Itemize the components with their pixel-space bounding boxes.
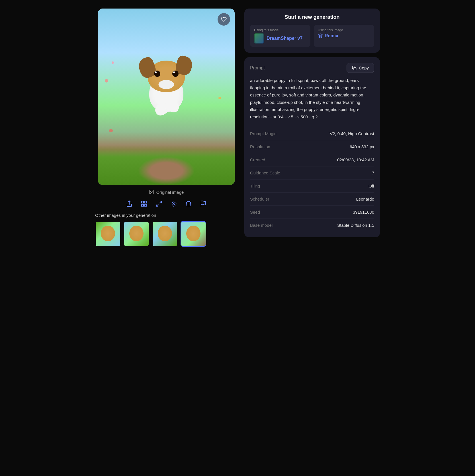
magic-icon: [170, 200, 177, 207]
generation-card: Start a new generation Using this model …: [244, 9, 380, 53]
trash-icon: [185, 200, 192, 207]
prompt-magic-key: Prompt Magic: [250, 131, 277, 136]
prompt-header: Prompt Copy: [250, 63, 374, 73]
svg-rect-3: [142, 201, 144, 203]
copy-button[interactable]: Copy: [347, 63, 374, 73]
other-images-label: Other images in your generation: [95, 213, 238, 218]
base-model-key: Base model: [250, 223, 273, 228]
model-name[interactable]: DreamShaper v7: [267, 36, 302, 41]
thumbnail-1[interactable]: [95, 221, 121, 247]
remix-icon: [318, 33, 323, 38]
guidance-value: 7: [372, 170, 374, 175]
thumbnails-row: [95, 221, 238, 247]
prompt-magic-value: V2, 0.40, High Contrast: [330, 131, 374, 136]
original-image-text: Original image: [156, 190, 184, 195]
model-image-row: Using this model DreamShaper v7 Using th…: [250, 25, 374, 47]
right-panel: Start a new generation Using this model …: [244, 9, 380, 247]
favorite-button[interactable]: [218, 13, 230, 26]
svg-rect-5: [142, 204, 144, 206]
created-value: 02/09/23, 10:42 AM: [337, 157, 374, 162]
toolbar: [125, 199, 208, 208]
puppy-body: [138, 61, 195, 123]
base-model-value: Stable Diffusion 1.5: [337, 223, 374, 228]
svg-rect-6: [145, 204, 147, 206]
detail-row-created: Created 02/09/23, 10:42 AM: [250, 153, 374, 166]
splatter-2: [105, 79, 108, 83]
delete-button[interactable]: [184, 199, 193, 208]
remix-label-text: Remix: [325, 33, 338, 38]
thumbnail-3[interactable]: [152, 221, 178, 247]
detail-row-guidance: Guidance Scale 7: [250, 166, 374, 180]
expand-icon: [155, 200, 162, 207]
splatter-3: [109, 129, 113, 132]
created-key: Created: [250, 157, 265, 162]
guidance-key: Guidance Scale: [250, 170, 280, 175]
svg-rect-16: [354, 67, 356, 70]
detail-row-tiling: Tiling Off: [250, 180, 374, 193]
detail-row-resolution: Resolution 640 x 832 px: [250, 140, 374, 153]
copy-icon: [352, 66, 357, 70]
model-section: Using this model DreamShaper v7: [250, 25, 310, 47]
magic-button[interactable]: [169, 199, 178, 208]
splatter-1: [112, 61, 114, 64]
tiling-key: Tiling: [250, 184, 260, 188]
share-icon: [126, 200, 133, 207]
copy-label: Copy: [359, 65, 369, 70]
main-image: [98, 9, 235, 185]
seed-value: 391911680: [353, 210, 374, 215]
puppy-ear-left: [136, 56, 158, 80]
flag-icon: [200, 200, 207, 207]
seed-key: Seed: [250, 210, 260, 215]
remix-button[interactable]: Remix: [318, 33, 370, 38]
thumbnail-2[interactable]: [124, 221, 149, 247]
image-icon: [149, 189, 154, 195]
svg-rect-4: [145, 201, 147, 203]
svg-line-7: [159, 201, 161, 203]
resolution-value: 640 x 832 px: [350, 144, 374, 149]
resolution-key: Resolution: [250, 144, 270, 149]
model-thumbnail: [254, 33, 264, 44]
left-panel: Original image: [95, 9, 238, 247]
puppy-eye-right: [172, 71, 179, 77]
grid-icon: [141, 200, 148, 207]
details-card: Prompt Copy an adorable puppy in full sp…: [244, 57, 380, 237]
prompt-label: Prompt: [250, 65, 265, 71]
model-row: DreamShaper v7: [254, 33, 306, 44]
flag-button[interactable]: [199, 199, 208, 208]
detail-row-seed: Seed 391911680: [250, 206, 374, 219]
svg-point-1: [150, 191, 151, 191]
puppy-head: [148, 61, 185, 92]
generation-title: Start a new generation: [250, 14, 374, 20]
dirt-path: [138, 156, 195, 185]
image-section: Using this image Remix: [314, 25, 374, 47]
original-image-label: Original image: [149, 189, 184, 195]
svg-line-8: [156, 204, 158, 206]
scheduler-key: Scheduler: [250, 197, 269, 201]
main-image-wrapper: [98, 9, 235, 185]
share-button[interactable]: [125, 199, 134, 208]
using-image-label: Using this image: [318, 28, 370, 32]
tiling-value: Off: [368, 184, 374, 188]
expand-button[interactable]: [154, 199, 163, 208]
heart-icon: [221, 17, 227, 22]
puppy-eye-left: [154, 71, 160, 77]
detail-row-scheduler: Scheduler Leonardo: [250, 193, 374, 206]
other-images-section: Other images in your generation: [95, 213, 238, 247]
detail-row-prompt-magic: Prompt Magic V2, 0.40, High Contrast: [250, 127, 374, 140]
splatter-4: [218, 97, 221, 99]
thumbnail-4[interactable]: [181, 221, 206, 247]
detail-row-base-model: Base model Stable Diffusion 1.5: [250, 219, 374, 232]
using-model-label: Using this model: [254, 28, 306, 32]
grid-button[interactable]: [140, 199, 149, 208]
prompt-text: an adorable puppy in full sprint, paws o…: [250, 77, 374, 120]
scheduler-value: Leonardo: [356, 197, 374, 201]
